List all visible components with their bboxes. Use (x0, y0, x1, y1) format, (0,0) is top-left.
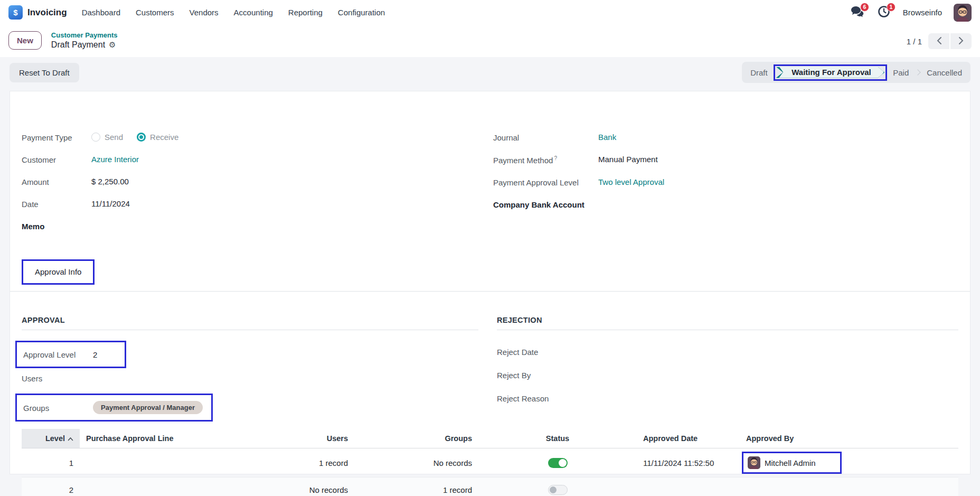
users-label: Users (22, 373, 91, 383)
status-toggle[interactable] (548, 485, 568, 495)
payment-type-radio-group: Send Receive (91, 133, 178, 142)
cell-status (478, 454, 637, 472)
cell-approved-by: Mitchell Admin (740, 448, 958, 477)
status-step-paid[interactable]: Paid (893, 68, 909, 77)
breadcrumb-customer-payments[interactable]: Customer Payments (51, 31, 118, 39)
menu-dashboard[interactable]: Dashboard (82, 8, 120, 17)
cell-level[interactable]: 2 (22, 481, 80, 496)
payment-type-label: Payment Type (22, 133, 91, 142)
notebook-tabbar: Approval Info (10, 259, 970, 292)
date-value[interactable]: 11/11/2024 (91, 199, 130, 208)
menu-accounting[interactable]: Accounting (234, 8, 273, 17)
column-header-level[interactable]: Level (22, 429, 80, 448)
field-memo: Memo (22, 221, 493, 231)
approval-level-label: Approval Level (23, 350, 93, 359)
content-area: Reset To Draft Draft Waiting For Approva… (0, 57, 980, 486)
cell-level[interactable]: 1 (22, 454, 80, 472)
chevron-right-icon (958, 36, 964, 46)
customer-label: Customer (22, 155, 91, 164)
chevron-separator-icon (915, 69, 921, 75)
status-step-cancelled[interactable]: Cancelled (927, 68, 962, 77)
menu-reporting[interactable]: Reporting (288, 8, 323, 17)
record-pager: 1 / 1 (907, 31, 972, 49)
table-row[interactable]: 1 1 record No records 11/11/2024 11:52:5… (22, 448, 958, 478)
field-reject-date: Reject Date (497, 347, 958, 357)
breadcrumb-current: Draft Payment ⚙ (51, 40, 118, 50)
approver-name[interactable]: Mitchell Admin (765, 458, 816, 467)
field-payment-type: Payment Type Send Receive (22, 133, 493, 142)
radio-receive[interactable]: Receive (137, 133, 178, 142)
approver-avatar (748, 456, 760, 469)
user-avatar[interactable] (954, 4, 972, 22)
cell-line[interactable] (80, 486, 259, 494)
column-header-users[interactable]: Users (259, 430, 354, 447)
status-step-draft[interactable]: Draft (750, 68, 768, 77)
field-date: Date 11/11/2024 (22, 199, 493, 209)
groups-label: Groups (23, 403, 93, 413)
reset-to-draft-button[interactable]: Reset To Draft (10, 63, 79, 82)
status-toggle[interactable] (548, 458, 568, 468)
menu-customers[interactable]: Customers (136, 8, 174, 17)
cell-approved-by[interactable] (740, 486, 958, 494)
form-left-column: Payment Type Send Receive Customer (22, 133, 493, 244)
pager-next-button[interactable] (950, 33, 972, 49)
control-panel: New Customer Payments Draft Payment ⚙ 1 … (0, 25, 980, 57)
app-name[interactable]: Invoicing (27, 7, 67, 18)
app-brand[interactable]: $ Invoicing (8, 5, 67, 20)
annotation-box-approval-level: Approval Level 2 (15, 341, 126, 368)
company-bank-account-label: Company Bank Account (493, 200, 598, 209)
radio-send[interactable]: Send (91, 133, 123, 142)
action-row: Reset To Draft Draft Waiting For Approva… (10, 62, 970, 83)
payment-approval-level-value-link[interactable]: Two level Approval (598, 177, 664, 186)
messages-button[interactable]: 6 (850, 6, 865, 20)
cell-status (478, 481, 637, 496)
cell-users[interactable]: No records (259, 481, 354, 496)
column-header-line[interactable]: Purchase Approval Line (80, 430, 259, 447)
column-header-groups[interactable]: Groups (354, 430, 478, 447)
radio-receive-circle-icon[interactable] (137, 133, 146, 142)
cell-approved-date[interactable]: 11/11/2024 11:52:50 (637, 454, 740, 472)
record-title: Draft Payment (51, 40, 105, 50)
reject-date-label: Reject Date (497, 347, 567, 357)
table-row[interactable]: 2 No records 1 record (22, 478, 958, 496)
menu-vendors[interactable]: Vendors (190, 8, 219, 17)
annotation-box-active-status: Waiting For Approval (774, 64, 888, 81)
approval-level-value[interactable]: 2 (93, 350, 97, 359)
menu-configuration[interactable]: Configuration (338, 8, 385, 17)
help-question-icon[interactable]: ? (554, 155, 557, 161)
group-tag[interactable]: Payment Approval / Manager (93, 401, 203, 414)
cell-users[interactable]: 1 record (259, 454, 354, 472)
field-payment-method: Payment Method? Manual Payment (493, 155, 958, 165)
amount-label: Amount (22, 177, 91, 186)
tab-approval-info[interactable]: Approval Info (35, 267, 81, 276)
field-company-bank-account: Company Bank Account (493, 200, 958, 209)
cell-approved-date[interactable] (637, 486, 740, 494)
cell-groups[interactable]: 1 record (354, 481, 478, 496)
pager-previous-button[interactable] (928, 33, 949, 49)
approval-section-title: APPROVAL (22, 316, 478, 330)
payment-method-label: Payment Method? (493, 155, 598, 165)
date-label: Date (22, 199, 91, 209)
payment-method-value[interactable]: Manual Payment (598, 155, 658, 164)
annotation-box-groups: Groups Payment Approval / Manager (15, 394, 213, 422)
column-header-approved-date[interactable]: Approved Date (637, 430, 740, 447)
rejection-section-title: REJECTION (497, 316, 958, 330)
column-header-status[interactable]: Status (478, 430, 637, 447)
radio-send-label[interactable]: Send (105, 133, 123, 142)
status-step-waiting-for-approval[interactable]: Waiting For Approval (776, 67, 885, 78)
company-name[interactable]: Browseinfo (903, 8, 942, 17)
field-reject-reason: Reject Reason (497, 394, 958, 403)
customer-value-link[interactable]: Azure Interior (91, 155, 139, 164)
sort-asc-icon (68, 434, 73, 443)
column-header-approved-by[interactable]: Approved By (740, 430, 958, 447)
radio-receive-label[interactable]: Receive (150, 133, 178, 142)
settings-gear-icon[interactable]: ⚙ (109, 40, 116, 50)
field-journal: Journal Bank (493, 133, 958, 142)
radio-send-circle-icon[interactable] (91, 133, 100, 142)
new-button[interactable]: New (8, 31, 42, 50)
cell-groups[interactable]: No records (354, 454, 478, 472)
cell-line[interactable] (80, 458, 259, 467)
journal-value-link[interactable]: Bank (598, 133, 616, 142)
activities-button[interactable]: 1 (877, 6, 891, 20)
amount-value[interactable]: $ 2,250.00 (91, 177, 129, 186)
